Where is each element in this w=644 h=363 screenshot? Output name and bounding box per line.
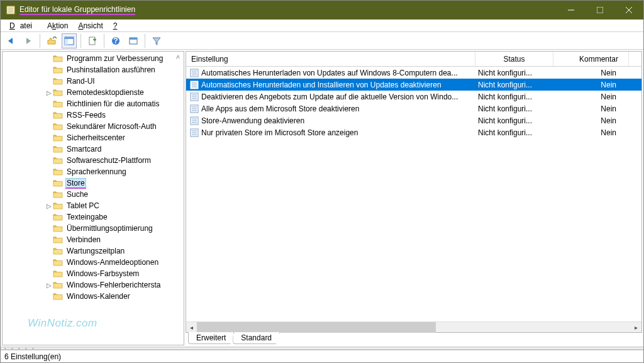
tree-item[interactable]: RSS-Feeds <box>3 109 184 121</box>
column-status[interactable]: Status <box>475 52 553 66</box>
window-title: Editor für lokale Gruppenrichtlinien <box>19 5 135 15</box>
expander-icon[interactable]: ▷ <box>45 282 53 289</box>
svg-rect-5 <box>597 7 603 13</box>
tab-erweitert[interactable]: Erweitert <box>188 332 234 344</box>
setting-row[interactable]: Store-Anwendung deaktivierenNicht konfig… <box>186 114 641 126</box>
toolbar: ? <box>1 32 643 50</box>
tree-item[interactable]: Store <box>3 177 184 189</box>
menu-help[interactable]: ? <box>108 20 123 31</box>
tree-item[interactable]: Softwareschutz-Plattform <box>3 155 184 166</box>
tree-item[interactable]: Rand-UI <box>3 75 184 87</box>
column-setting[interactable]: Einstellung <box>186 52 475 66</box>
setting-status: Nicht konfiguri... <box>475 104 553 113</box>
tree-item[interactable]: Spracherkennung <box>3 166 184 177</box>
setting-comment: Nein <box>553 69 629 77</box>
setting-status: Nicht konfiguri... <box>475 69 553 77</box>
tree-item[interactable]: Richtlinien für die automatis <box>3 98 184 109</box>
svg-rect-11 <box>89 37 95 45</box>
tree-item[interactable]: ▷Remotedesktopdienste <box>3 87 184 98</box>
tree-item[interactable]: Wartungszeitplan <box>3 245 184 257</box>
tree-item[interactable]: Übermittlungsoptimierung <box>3 223 184 234</box>
toolbar-separator <box>40 34 40 48</box>
up-button[interactable] <box>44 33 59 48</box>
titlebar: Editor für lokale Gruppenrichtlinien <box>1 1 643 20</box>
view-tabs: Erweitert Standard <box>186 332 642 345</box>
setting-row[interactable]: Automatisches Herunterladen und Installi… <box>186 79 641 91</box>
menu-datei[interactable]: Datei <box>4 20 42 31</box>
tree-item[interactable]: Windows-Farbsystem <box>3 268 184 279</box>
forward-button[interactable] <box>21 33 36 48</box>
svg-text:?: ? <box>113 36 118 45</box>
settings-listview[interactable]: Einstellung Status Kommentar Automatisch… <box>186 51 642 333</box>
tree-item[interactable]: Pushinstallation ausführen <box>3 64 184 75</box>
tree-item[interactable]: Verbinden <box>3 234 184 245</box>
details-pane: Einstellung Status Kommentar Automatisch… <box>186 51 642 345</box>
setting-name: Nur privaten Store im Microsoft Store an… <box>201 128 358 137</box>
export-button[interactable] <box>85 33 100 48</box>
setting-name: Automatisches Herunterladen und Installi… <box>201 81 441 89</box>
setting-name: Automatisches Herunterladen von Updates … <box>201 69 458 77</box>
scroll-up-indicator: ʌ <box>176 53 180 60</box>
scroll-left-button[interactable]: ◂ <box>186 322 197 333</box>
column-comment[interactable]: Kommentar <box>553 52 629 66</box>
toolbar-separator <box>145 34 145 48</box>
menu-aktion[interactable]: Aktion <box>42 20 73 31</box>
setting-status: Nicht konfiguri... <box>475 92 553 101</box>
toolbar-separator <box>104 34 104 48</box>
setting-name: Alle Apps aus dem Microsoft Store deakti… <box>201 104 359 113</box>
status-text: 6 Einstellung(en) <box>4 352 61 361</box>
tree-item[interactable]: ▷Tablet PC <box>3 200 184 211</box>
setting-status: Nicht konfiguri... <box>475 116 553 125</box>
main-area: ʌ Programm zur VerbesserungPushinstallat… <box>1 50 643 347</box>
setting-status: Nicht konfiguri... <box>475 128 553 137</box>
setting-name: Deaktivieren des Angebots zum Update auf… <box>201 92 458 101</box>
setting-row[interactable]: Automatisches Herunterladen von Updates … <box>186 67 641 79</box>
show-hide-tree-button[interactable] <box>62 33 77 48</box>
watermark: WinNotiz.com <box>28 317 97 330</box>
svg-rect-9 <box>65 37 74 39</box>
scroll-thumb[interactable] <box>197 322 436 333</box>
tab-standard[interactable]: Standard <box>233 332 280 344</box>
listview-header[interactable]: Einstellung Status Kommentar <box>186 52 641 67</box>
setting-row[interactable]: Nur privaten Store im Microsoft Store an… <box>186 126 641 138</box>
minimize-button[interactable] <box>557 1 586 20</box>
svg-rect-10 <box>65 39 68 45</box>
setting-comment: Nein <box>553 116 629 125</box>
properties-button[interactable] <box>126 33 141 48</box>
maximize-button[interactable] <box>586 1 614 20</box>
menu-ansicht[interactable]: Ansicht <box>73 20 108 31</box>
app-icon <box>6 5 16 15</box>
tree-item[interactable]: ▷Windows-Fehlerberichtersta <box>3 279 184 291</box>
tree-item[interactable]: Texteingabe <box>3 211 184 223</box>
tree-item[interactable]: Windows-Anmeldeoptionen <box>3 257 184 268</box>
tree-item[interactable]: Sicherheitscenter <box>3 132 184 143</box>
setting-name: Store-Anwendung deaktivieren <box>201 116 304 125</box>
setting-row[interactable]: Alle Apps aus dem Microsoft Store deakti… <box>186 103 641 114</box>
toolbar-separator <box>80 34 81 48</box>
tree-item[interactable]: Windows-Kalender <box>3 291 184 302</box>
tree-item[interactable]: Sekundärer Microsoft-Auth <box>3 121 184 132</box>
setting-comment: Nein <box>553 104 629 113</box>
statusbar: 6 Einstellung(en) <box>1 350 643 362</box>
setting-comment: Nein <box>553 81 629 89</box>
filter-button[interactable] <box>149 33 164 48</box>
horizontal-scrollbar[interactable]: ◂ ▸ <box>186 321 641 332</box>
scroll-right-button[interactable]: ▸ <box>631 322 641 333</box>
setting-row[interactable]: Deaktivieren des Angebots zum Update auf… <box>186 91 641 103</box>
back-button[interactable] <box>3 33 18 48</box>
tree-item[interactable]: Smartcard <box>3 143 184 155</box>
setting-comment: Nein <box>553 128 629 137</box>
expander-icon[interactable]: ▷ <box>45 203 53 209</box>
close-button[interactable] <box>614 1 643 20</box>
tree-item[interactable]: Programm zur Verbesserung <box>3 53 184 64</box>
svg-rect-15 <box>130 38 137 40</box>
setting-comment: Nein <box>553 92 629 101</box>
setting-status: Nicht konfiguri... <box>475 81 553 89</box>
navigation-tree[interactable]: ʌ Programm zur VerbesserungPushinstallat… <box>2 51 184 345</box>
window-title-container: Editor für lokale Gruppenrichtlinien <box>1 5 557 15</box>
expander-icon[interactable]: ▷ <box>45 89 53 96</box>
help-button[interactable]: ? <box>108 33 123 48</box>
menubar: Datei Aktion Ansicht ? <box>1 20 643 32</box>
tree-item[interactable]: Suche <box>3 189 184 200</box>
